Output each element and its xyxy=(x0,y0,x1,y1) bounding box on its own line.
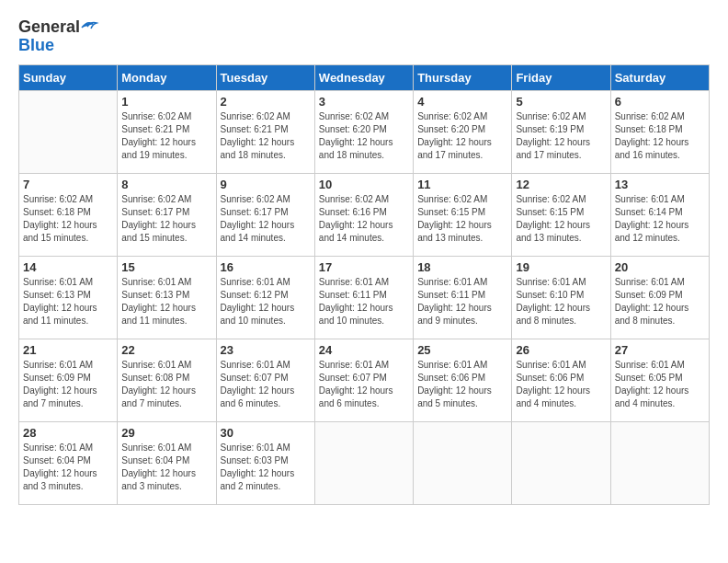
calendar-cell: 11Sunrise: 6:02 AM Sunset: 6:15 PM Dayli… xyxy=(414,173,512,256)
calendar-cell: 14Sunrise: 6:01 AM Sunset: 6:13 PM Dayli… xyxy=(19,256,118,339)
day-info: Sunrise: 6:01 AM Sunset: 6:07 PM Dayligh… xyxy=(221,359,311,410)
calendar-cell: 23Sunrise: 6:01 AM Sunset: 6:07 PM Dayli… xyxy=(216,339,314,421)
calendar-cell: 4Sunrise: 6:02 AM Sunset: 6:20 PM Daylig… xyxy=(414,90,512,173)
calendar-cell: 19Sunrise: 6:01 AM Sunset: 6:10 PM Dayli… xyxy=(512,256,610,339)
day-number: 3 xyxy=(319,95,409,109)
calendar-header-thursday: Thursday xyxy=(414,64,512,90)
day-info: Sunrise: 6:02 AM Sunset: 6:19 PM Dayligh… xyxy=(516,110,606,162)
day-info: Sunrise: 6:02 AM Sunset: 6:18 PM Dayligh… xyxy=(23,193,113,245)
day-number: 11 xyxy=(417,178,507,191)
calendar-cell: 28Sunrise: 6:01 AM Sunset: 6:04 PM Dayli… xyxy=(19,421,118,504)
day-number: 20 xyxy=(615,260,705,274)
day-number: 12 xyxy=(516,178,606,191)
calendar-cell: 5Sunrise: 6:02 AM Sunset: 6:19 PM Daylig… xyxy=(512,90,610,173)
day-number: 8 xyxy=(121,178,211,191)
calendar-week-3: 14Sunrise: 6:01 AM Sunset: 6:13 PM Dayli… xyxy=(19,256,710,339)
calendar-cell: 3Sunrise: 6:02 AM Sunset: 6:20 PM Daylig… xyxy=(314,90,413,173)
day-number: 16 xyxy=(221,260,311,274)
day-number: 24 xyxy=(319,343,409,357)
day-number: 15 xyxy=(121,260,211,274)
calendar-cell: 1Sunrise: 6:02 AM Sunset: 6:21 PM Daylig… xyxy=(118,90,216,173)
day-number: 21 xyxy=(23,343,113,357)
calendar-cell xyxy=(610,421,709,504)
page-header: General Blue xyxy=(18,18,710,55)
day-number: 10 xyxy=(319,178,409,191)
calendar-cell: 29Sunrise: 6:01 AM Sunset: 6:04 PM Dayli… xyxy=(118,421,216,504)
day-info: Sunrise: 6:01 AM Sunset: 6:06 PM Dayligh… xyxy=(516,359,606,410)
calendar-cell: 20Sunrise: 6:01 AM Sunset: 6:09 PM Dayli… xyxy=(610,256,709,339)
day-number: 27 xyxy=(615,343,705,357)
calendar-header-wednesday: Wednesday xyxy=(314,64,413,90)
calendar-cell: 8Sunrise: 6:02 AM Sunset: 6:17 PM Daylig… xyxy=(118,173,216,256)
day-number: 28 xyxy=(23,426,113,440)
day-info: Sunrise: 6:02 AM Sunset: 6:15 PM Dayligh… xyxy=(417,193,507,245)
day-number: 6 xyxy=(615,95,705,109)
day-number: 4 xyxy=(417,95,507,109)
day-number: 1 xyxy=(121,95,211,109)
logo: General Blue xyxy=(18,18,102,55)
day-number: 17 xyxy=(319,260,409,274)
day-number: 18 xyxy=(417,260,507,274)
day-info: Sunrise: 6:01 AM Sunset: 6:10 PM Dayligh… xyxy=(516,276,606,327)
day-info: Sunrise: 6:01 AM Sunset: 6:13 PM Dayligh… xyxy=(121,276,211,327)
day-info: Sunrise: 6:01 AM Sunset: 6:09 PM Dayligh… xyxy=(23,359,113,410)
calendar-cell: 24Sunrise: 6:01 AM Sunset: 6:07 PM Dayli… xyxy=(314,339,413,421)
day-number: 9 xyxy=(221,178,311,191)
calendar-cell: 7Sunrise: 6:02 AM Sunset: 6:18 PM Daylig… xyxy=(19,173,118,256)
calendar-cell xyxy=(512,421,610,504)
day-info: Sunrise: 6:01 AM Sunset: 6:05 PM Dayligh… xyxy=(615,359,705,410)
day-info: Sunrise: 6:01 AM Sunset: 6:06 PM Dayligh… xyxy=(417,359,507,410)
day-number: 2 xyxy=(221,95,311,109)
day-info: Sunrise: 6:01 AM Sunset: 6:07 PM Dayligh… xyxy=(319,359,409,410)
calendar-cell: 10Sunrise: 6:02 AM Sunset: 6:16 PM Dayli… xyxy=(314,173,413,256)
day-number: 22 xyxy=(121,343,211,357)
calendar-header-tuesday: Tuesday xyxy=(216,64,314,90)
calendar-week-5: 28Sunrise: 6:01 AM Sunset: 6:04 PM Dayli… xyxy=(19,421,710,504)
calendar-week-4: 21Sunrise: 6:01 AM Sunset: 6:09 PM Dayli… xyxy=(19,339,710,421)
calendar-cell: 22Sunrise: 6:01 AM Sunset: 6:08 PM Dayli… xyxy=(118,339,216,421)
calendar-header-monday: Monday xyxy=(118,64,216,90)
calendar-cell: 17Sunrise: 6:01 AM Sunset: 6:11 PM Dayli… xyxy=(314,256,413,339)
calendar-cell: 12Sunrise: 6:02 AM Sunset: 6:15 PM Dayli… xyxy=(512,173,610,256)
calendar-table: SundayMondayTuesdayWednesdayThursdayFrid… xyxy=(18,64,710,505)
calendar-week-1: 1Sunrise: 6:02 AM Sunset: 6:21 PM Daylig… xyxy=(19,90,710,173)
day-info: Sunrise: 6:01 AM Sunset: 6:03 PM Dayligh… xyxy=(221,442,311,493)
day-number: 23 xyxy=(221,343,311,357)
day-info: Sunrise: 6:01 AM Sunset: 6:13 PM Dayligh… xyxy=(23,276,113,327)
calendar-cell: 13Sunrise: 6:01 AM Sunset: 6:14 PM Dayli… xyxy=(610,173,709,256)
logo-blue-text: Blue xyxy=(18,36,54,54)
day-number: 29 xyxy=(121,426,211,440)
calendar-cell: 2Sunrise: 6:02 AM Sunset: 6:21 PM Daylig… xyxy=(216,90,314,173)
day-number: 7 xyxy=(23,178,113,191)
day-info: Sunrise: 6:02 AM Sunset: 6:20 PM Dayligh… xyxy=(319,110,409,162)
day-info: Sunrise: 6:02 AM Sunset: 6:18 PM Dayligh… xyxy=(615,110,705,162)
day-number: 14 xyxy=(23,260,113,274)
day-number: 13 xyxy=(615,178,705,191)
day-number: 25 xyxy=(417,343,507,357)
day-info: Sunrise: 6:01 AM Sunset: 6:04 PM Dayligh… xyxy=(121,442,211,493)
calendar-cell: 6Sunrise: 6:02 AM Sunset: 6:18 PM Daylig… xyxy=(610,90,709,173)
calendar-cell: 15Sunrise: 6:01 AM Sunset: 6:13 PM Dayli… xyxy=(118,256,216,339)
day-info: Sunrise: 6:02 AM Sunset: 6:15 PM Dayligh… xyxy=(516,193,606,245)
calendar-header-sunday: Sunday xyxy=(19,64,118,90)
calendar-cell: 18Sunrise: 6:01 AM Sunset: 6:11 PM Dayli… xyxy=(414,256,512,339)
logo-general-text: General xyxy=(18,18,80,37)
day-number: 19 xyxy=(516,260,606,274)
day-number: 26 xyxy=(516,343,606,357)
calendar-cell: 26Sunrise: 6:01 AM Sunset: 6:06 PM Dayli… xyxy=(512,339,610,421)
day-info: Sunrise: 6:01 AM Sunset: 6:08 PM Dayligh… xyxy=(121,359,211,410)
day-info: Sunrise: 6:02 AM Sunset: 6:21 PM Dayligh… xyxy=(121,110,211,162)
day-number: 5 xyxy=(516,95,606,109)
day-info: Sunrise: 6:02 AM Sunset: 6:21 PM Dayligh… xyxy=(221,110,311,162)
calendar-cell xyxy=(19,90,118,173)
calendar-week-2: 7Sunrise: 6:02 AM Sunset: 6:18 PM Daylig… xyxy=(19,173,710,256)
day-info: Sunrise: 6:01 AM Sunset: 6:11 PM Dayligh… xyxy=(319,276,409,327)
day-info: Sunrise: 6:02 AM Sunset: 6:17 PM Dayligh… xyxy=(221,193,311,245)
calendar-cell: 30Sunrise: 6:01 AM Sunset: 6:03 PM Dayli… xyxy=(216,421,314,504)
calendar-cell: 25Sunrise: 6:01 AM Sunset: 6:06 PM Dayli… xyxy=(414,339,512,421)
day-info: Sunrise: 6:02 AM Sunset: 6:20 PM Dayligh… xyxy=(417,110,507,162)
calendar-header-saturday: Saturday xyxy=(610,64,709,90)
calendar-cell: 9Sunrise: 6:02 AM Sunset: 6:17 PM Daylig… xyxy=(216,173,314,256)
day-info: Sunrise: 6:01 AM Sunset: 6:12 PM Dayligh… xyxy=(221,276,311,327)
calendar-header-row: SundayMondayTuesdayWednesdayThursdayFrid… xyxy=(19,64,710,90)
